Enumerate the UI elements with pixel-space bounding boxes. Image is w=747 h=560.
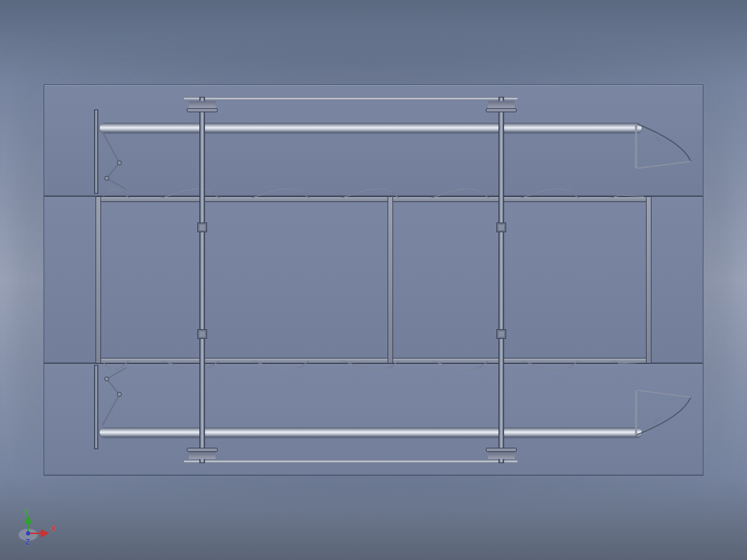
svg-line-5: [654, 417, 660, 424]
standoff-foot: [486, 108, 517, 112]
standoff: [189, 452, 216, 459]
frame-rail-left[interactable]: [95, 196, 101, 364]
frame-rail-center[interactable]: [388, 196, 393, 364]
model-root[interactable]: [44, 84, 703, 476]
svg-line-4: [636, 390, 691, 397]
column-left[interactable]: [199, 97, 205, 463]
svg-line-11: [103, 394, 119, 425]
bracket-bottom-right[interactable]: [633, 387, 696, 438]
standoff: [488, 452, 515, 459]
tube-lower[interactable]: [100, 427, 642, 437]
outer-rail-top[interactable]: [184, 97, 517, 100]
svg-line-13: [107, 368, 126, 379]
ridge-upper: [103, 178, 644, 198]
standoff: [488, 101, 515, 108]
svg-line-1: [636, 161, 691, 168]
standoff: [189, 101, 216, 108]
cad-viewport[interactable]: X Y Z: [0, 0, 747, 560]
end-bar-bottom[interactable]: [94, 365, 98, 449]
bracket-top-right[interactable]: [633, 121, 696, 171]
column-right[interactable]: [498, 97, 504, 463]
column-junction: [197, 329, 207, 339]
axis-y-label: Y: [24, 508, 29, 516]
svg-line-2: [654, 135, 660, 142]
standoff-foot: [187, 108, 218, 112]
view-triad[interactable]: X Y Z: [17, 508, 66, 547]
svg-point-15: [105, 377, 109, 381]
frame-rail-right[interactable]: [646, 196, 652, 364]
linkage-bottom-left[interactable]: [100, 365, 149, 428]
linkage-top-left[interactable]: [100, 129, 149, 192]
ridge-lower: [103, 361, 644, 380]
svg-point-10: [105, 176, 109, 180]
tube-upper[interactable]: [100, 123, 642, 133]
standoff-foot: [187, 448, 218, 452]
column-junction: [496, 329, 506, 339]
base-plate-middle[interactable]: [44, 196, 703, 364]
outer-rail-bottom[interactable]: [184, 460, 517, 463]
svg-line-7: [107, 163, 119, 178]
column-junction: [197, 222, 207, 232]
column-junction: [496, 222, 506, 232]
axis-x-label: X: [51, 524, 56, 533]
standoff-foot: [486, 448, 517, 452]
axis-z-label: Z: [25, 538, 30, 546]
end-bar-top[interactable]: [94, 109, 98, 194]
svg-point-9: [117, 161, 121, 165]
svg-point-14: [117, 392, 121, 396]
svg-line-8: [107, 178, 126, 189]
svg-line-12: [107, 379, 119, 394]
svg-point-20: [26, 531, 30, 535]
svg-line-6: [103, 132, 119, 163]
